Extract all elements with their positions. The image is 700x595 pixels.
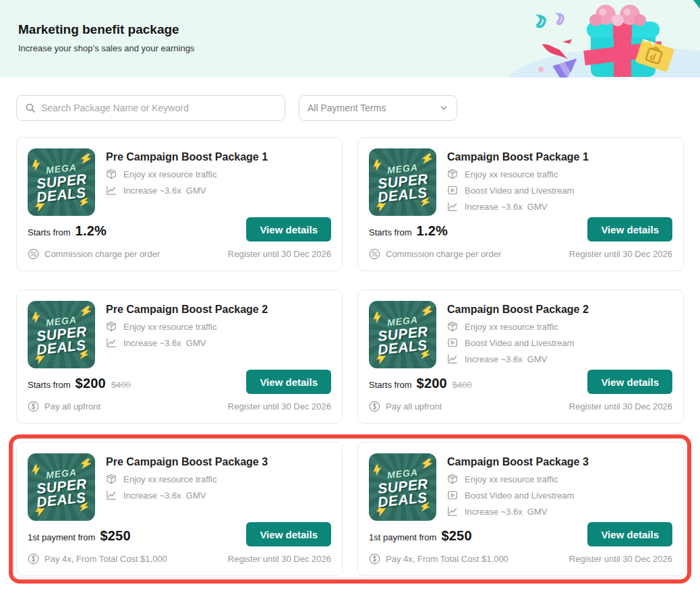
lightning-icon (30, 311, 42, 324)
package-title: Campaign Boost Package 2 (447, 304, 589, 316)
dollar-circle-icon (28, 553, 39, 565)
package-icon (447, 474, 458, 484)
chevron-down-icon (439, 103, 448, 113)
dollar-circle-icon (28, 401, 39, 412)
payment-note-text: Pay 4x, From Total Cost $1,000 (45, 554, 167, 564)
search-box[interactable] (16, 95, 285, 121)
filter-bar: All Payment Terms (0, 78, 700, 121)
dollar-circle-icon (369, 401, 380, 412)
percent-circle-icon (369, 248, 380, 260)
feature-text: Enjoy xx resource traffic (123, 322, 216, 332)
mega-super-deals-badge: MEGA SUPER DEALS (369, 301, 436, 368)
price-value: 1.2% (76, 223, 107, 239)
price-label: Starts from (369, 380, 412, 390)
price-label: 1st payment from (28, 532, 95, 542)
search-icon (25, 103, 36, 113)
video-icon (447, 337, 458, 348)
chart-icon (106, 185, 117, 196)
mega-super-deals-badge: MEGA SUPER DEALS (369, 453, 436, 521)
mega-super-deals-badge: MEGA SUPER DEALS (28, 301, 95, 368)
register-until: Register until 30 Dec 2026 (228, 401, 331, 412)
package-icon (447, 169, 458, 179)
lightning-icon (30, 463, 42, 476)
feature-text: Enjoy xx resource traffic (123, 169, 216, 179)
package-icon (106, 474, 117, 484)
old-price: $400 (453, 380, 472, 390)
package-card-grid: MEGA SUPER DEALS Pre Campaign Boost Pack… (0, 121, 700, 576)
price-label: Starts from (369, 227, 412, 237)
view-details-button[interactable]: View details (246, 370, 331, 394)
register-until: Register until 30 Dec 2026 (228, 554, 331, 564)
chart-icon (447, 201, 458, 212)
payment-note-text: Pay all upfront (45, 401, 100, 412)
feature-text: Increase ~3.6x GMV (123, 338, 206, 348)
package-title: Campaign Boost Package 3 (447, 456, 589, 468)
highlighted-row: MEGA SUPER DEALS Pre Campaign Boost Pack… (9, 434, 691, 584)
payment-note-text: Commission charge per order (45, 249, 160, 259)
view-details-button[interactable]: View details (587, 217, 672, 242)
payment-note-text: Commission charge per order (386, 249, 501, 259)
package-card: MEGA SUPER DEALS Pre Campaign Boost Pack… (16, 137, 343, 271)
lightning-icon (371, 159, 384, 171)
chart-icon (447, 353, 458, 364)
chart-icon (106, 337, 117, 348)
feature-text: Increase ~3.6x GMV (123, 186, 206, 196)
package-title: Campaign Boost Package 1 (447, 151, 589, 163)
lightning-icon (420, 304, 434, 318)
feature-text: Enjoy xx resource traffic (465, 322, 558, 332)
register-until: Register until 30 Dec 2026 (569, 554, 672, 564)
feature-text: Boost Video and Livestream (465, 490, 574, 501)
feature-text: Enjoy xx resource traffic (123, 474, 216, 484)
chart-icon (106, 490, 117, 501)
old-price: $400 (111, 380, 131, 390)
lightning-icon (79, 152, 92, 165)
view-details-button[interactable]: View details (587, 522, 672, 546)
payment-note-text: Pay 4x, From Total Cost $1,000 (386, 554, 508, 564)
price-value: $250 (100, 528, 130, 544)
video-icon (447, 185, 458, 196)
feature-text: Enjoy xx resource traffic (465, 474, 558, 484)
gift-illustration (498, 0, 700, 78)
register-until: Register until 30 Dec 2026 (228, 249, 331, 259)
price-value: 1.2% (417, 223, 448, 239)
view-details-button[interactable]: View details (587, 370, 672, 394)
feature-text: Boost Video and Livestream (465, 338, 574, 348)
feature-text: Increase ~3.6x GMV (465, 202, 547, 212)
package-card: MEGA SUPER DEALS Pre Campaign Boost Pack… (16, 442, 343, 576)
package-icon (106, 321, 117, 332)
lightning-icon (79, 304, 92, 318)
view-details-button[interactable]: View details (246, 522, 331, 546)
payment-terms-select[interactable]: All Payment Terms (299, 95, 457, 121)
dollar-circle-icon (369, 553, 380, 565)
view-details-button[interactable]: View details (246, 217, 331, 242)
page-title: Marketing benefit package (18, 22, 194, 37)
price-value: $200 (417, 376, 447, 391)
package-card: MEGA SUPER DEALS Campaign Boost Package … (357, 137, 684, 271)
payment-note-text: Pay all upfront (386, 401, 442, 412)
package-title: Pre Campaign Boost Package 2 (106, 304, 268, 316)
register-until: Register until 30 Dec 2026 (569, 249, 672, 259)
feature-text: Enjoy xx resource traffic (465, 169, 558, 179)
video-icon (447, 490, 458, 501)
package-title: Pre Campaign Boost Package 3 (106, 456, 268, 468)
payment-terms-value: All Payment Terms (308, 103, 386, 113)
package-title: Pre Campaign Boost Package 1 (106, 151, 268, 163)
package-card: MEGA SUPER DEALS Campaign Boost Package … (357, 289, 684, 424)
lightning-icon (79, 457, 92, 470)
package-icon (106, 169, 117, 179)
lightning-icon (30, 159, 42, 171)
mega-super-deals-badge: MEGA SUPER DEALS (28, 148, 95, 216)
feature-text: Increase ~3.6x GMV (123, 490, 206, 501)
package-icon (447, 321, 458, 332)
mega-super-deals-badge: MEGA SUPER DEALS (28, 453, 95, 521)
feature-text: Increase ~3.6x GMV (465, 354, 547, 364)
package-card: MEGA SUPER DEALS Campaign Boost Package … (357, 442, 684, 576)
page-header: Marketing benefit package Increase your … (0, 0, 700, 78)
register-until: Register until 30 Dec 2026 (569, 401, 672, 412)
lightning-icon (420, 457, 434, 470)
search-input[interactable] (41, 103, 276, 113)
feature-text: Boost Video and Livestream (465, 186, 574, 196)
package-card: MEGA SUPER DEALS Pre Campaign Boost Pack… (16, 289, 343, 424)
price-label: 1st payment from (369, 532, 436, 542)
chart-icon (447, 506, 458, 517)
